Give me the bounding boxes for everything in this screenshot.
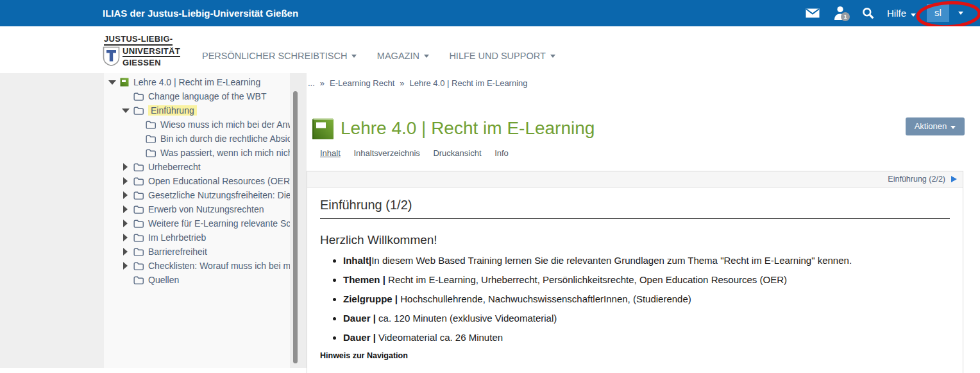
main-navigation: PERSÖNLICHER SCHREIBTISCH MAGAZIN HILFE …	[202, 50, 573, 62]
nav-magazin[interactable]: MAGAZIN	[377, 51, 429, 61]
expand-triangle-icon[interactable]	[122, 248, 130, 256]
tree-item[interactable]: Wieso muss ich mich bei der Anwend	[104, 117, 292, 132]
help-label: Hilfe	[887, 8, 906, 19]
app-title: ILIAS der Justus-Liebig-Universität Gieß…	[103, 0, 298, 26]
list-item: Inhalt|In diesem Web Based Training lern…	[343, 255, 950, 266]
breadcrumb-current[interactable]: Lehre 4.0 | Recht im E-Learning	[409, 78, 527, 88]
tree-item-label[interactable]: Im Lehrbetrieb	[148, 232, 206, 243]
tree-item-label[interactable]: Wieso muss ich mich bei der Anwend	[160, 119, 292, 130]
page-title: Lehre 4.0 | Recht im E-Learning	[341, 118, 595, 139]
ilias-page: ILIAS der Justus-Liebig-Universität Gieß…	[0, 0, 980, 373]
pager-next-label[interactable]: Einführung (2/2)	[888, 175, 945, 184]
tree-item[interactable]: Gesetzliche Nutzungsfreiheiten: Die Sch	[104, 188, 292, 202]
expander-placeholder	[122, 92, 130, 100]
folder-icon	[133, 177, 144, 186]
folder-icon	[146, 135, 156, 143]
tree-item[interactable]: Was passiert, wenn ich mich nicht an	[104, 146, 292, 160]
tree-item[interactable]: Barrierefreiheit	[104, 245, 292, 259]
nav-help-support[interactable]: HILFE UND SUPPORT	[449, 51, 555, 61]
user-avatar[interactable]: sl	[927, 4, 949, 22]
next-page-arrow-icon[interactable]	[951, 176, 957, 182]
tree-item[interactable]: Checklisten: Worauf muss ich bei meine	[104, 259, 292, 273]
list-item: Themen | Recht im E-Learning, Urheberrec…	[343, 274, 950, 285]
list-item: Dauer | ca. 120 Minuten (exklusive Video…	[343, 313, 950, 324]
tab-inhalt[interactable]: Inhalt	[320, 148, 341, 158]
chevron-down-icon	[950, 126, 956, 129]
folder-icon	[146, 149, 156, 157]
tree-item[interactable]: Quellen	[104, 273, 292, 287]
tree-item-label-highlighted[interactable]: Einführung	[148, 105, 197, 116]
tree-scrollbar-track[interactable]	[290, 73, 307, 368]
expand-triangle-icon[interactable]	[122, 262, 130, 270]
tree-scrollbar-thumb[interactable]	[293, 91, 298, 363]
logo-line2: UNIVERSITÄT	[122, 46, 180, 57]
tree-item[interactable]: Change language of the WBT	[104, 89, 292, 103]
expand-triangle-icon[interactable]	[122, 191, 130, 199]
avatar-chevron-down-icon[interactable]	[958, 12, 963, 15]
notification-badge: 1	[841, 12, 850, 21]
list-item: Zielgruppe | Hochschullehrende, Nachwuch…	[343, 293, 950, 304]
tree-item-label[interactable]: Erwerb von Nutzungsrechten	[148, 204, 264, 214]
breadcrumb-separator: »	[400, 78, 404, 88]
chevron-down-icon	[424, 55, 429, 58]
help-menu[interactable]: Hilfe	[887, 0, 916, 26]
tree-item-current[interactable]: Einführung	[104, 103, 292, 117]
list-item: Dauer | Videomaterial ca. 26 Minuten	[343, 332, 950, 343]
university-logo[interactable]: JUSTUS-LIEBIG- UNIVERSITÄT GIESSEN	[103, 34, 180, 68]
tree-item-label[interactable]: Weitere für E-Learning relevante Schutz	[148, 218, 292, 229]
tree-item-label[interactable]: Checklisten: Worauf muss ich bei meine	[148, 261, 292, 271]
tree-item-root[interactable]: Lehre 4.0 | Recht im E-Learning	[104, 75, 292, 89]
tab-inhaltsverzeichnis[interactable]: Inhaltsverzeichnis	[353, 148, 419, 158]
folder-icon	[133, 191, 144, 200]
tab-info[interactable]: Info	[494, 148, 509, 158]
top-bar: ILIAS der Justus-Liebig-Universität Gieß…	[0, 0, 980, 26]
search-icon[interactable]	[862, 7, 874, 22]
tree-item[interactable]: Urheberrecht	[104, 160, 292, 174]
tree-item[interactable]: Bin ich durch die rechtliche Absicher	[104, 132, 292, 146]
breadcrumb-link[interactable]: E-Learning Recht	[330, 78, 394, 88]
mail-icon[interactable]	[806, 8, 820, 21]
tree-item[interactable]: Weitere für E-Learning relevante Schutz	[104, 216, 292, 230]
tree-item-label[interactable]: Urheberrecht	[148, 162, 201, 172]
folder-icon	[133, 248, 144, 256]
tree-item-label[interactable]: Barrierefreiheit	[148, 247, 207, 257]
folder-icon	[133, 234, 144, 242]
breadcrumb-ellipsis[interactable]: ...	[308, 78, 315, 88]
tree-item-label[interactable]: Lehre 4.0 | Recht im E-Learning	[133, 77, 260, 87]
university-shield-icon	[103, 46, 120, 68]
folder-icon	[133, 163, 144, 171]
breadcrumb-separator: »	[320, 78, 325, 88]
chevron-down-icon	[351, 55, 357, 58]
folder-icon	[133, 220, 144, 228]
tree-item[interactable]: Erwerb von Nutzungsrechten	[104, 202, 292, 216]
nav-personal-desktop[interactable]: PERSÖNLICHER SCHREIBTISCH	[202, 51, 357, 61]
expand-triangle-icon[interactable]	[122, 234, 130, 241]
folder-icon	[146, 121, 156, 129]
tree-item-label[interactable]: Open Educational Resources (OER) - Wa	[148, 176, 292, 186]
expand-triangle-icon[interactable]	[109, 78, 116, 86]
page-content: Einführung (1/2) Herzlich Willkommen! In…	[307, 187, 963, 373]
expand-triangle-icon[interactable]	[122, 177, 130, 185]
navigation-note: Hinweis zur Navigation	[320, 351, 950, 360]
tree-item-label[interactable]: Was passiert, wenn ich mich nicht an	[160, 148, 292, 158]
expand-triangle-icon[interactable]	[122, 107, 130, 114]
tree-item-label[interactable]: Quellen	[148, 275, 179, 285]
expand-triangle-icon[interactable]	[122, 220, 130, 227]
pager-bar: Einführung (2/2)	[307, 171, 963, 187]
logo-line3: GIESSEN	[122, 58, 180, 67]
tab-druckansicht[interactable]: Druckansicht	[433, 148, 481, 158]
tree-item-label[interactable]: Gesetzliche Nutzungsfreiheiten: Die Sch	[148, 190, 292, 200]
tree-item-label[interactable]: Bin ich durch die rechtliche Absicher	[160, 134, 292, 144]
tree-item[interactable]: Im Lehrbetrieb	[104, 230, 292, 245]
expand-triangle-icon[interactable]	[122, 205, 130, 213]
content-heading: Einführung (1/2)	[320, 198, 950, 219]
breadcrumb: ...»E-Learning Recht»Lehre 4.0 | Recht i…	[308, 78, 528, 88]
tree-item[interactable]: Open Educational Resources (OER) - Wa	[104, 174, 292, 188]
chevron-down-icon	[550, 55, 555, 58]
logo-line1: JUSTUS-LIEBIG-	[104, 34, 173, 46]
tree-panel: Lehre 4.0 | Recht im E-Learning Change l…	[104, 73, 307, 368]
actions-button[interactable]: Aktionen	[906, 117, 965, 135]
tree-item-label[interactable]: Change language of the WBT	[148, 91, 266, 101]
expand-triangle-icon[interactable]	[122, 163, 130, 171]
folder-icon	[133, 276, 144, 284]
